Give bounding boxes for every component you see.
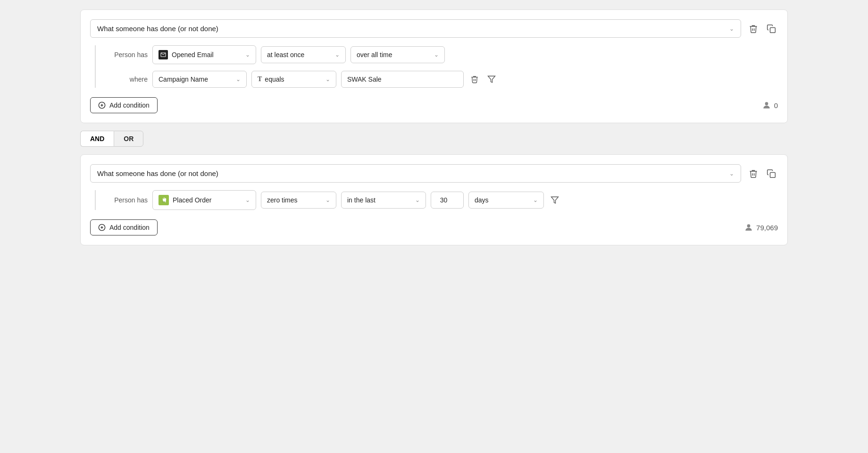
block2-type-dropdown[interactable]: What someone has done (or not done) ⌄ [90,164,741,183]
block1-timerange-dropdown[interactable]: over all time ⌄ [351,46,445,63]
block1-campaign-chevron: ⌄ [236,76,241,83]
block2-filter-funnel-button[interactable] [549,194,561,206]
block1-type-chevron: ⌄ [729,25,734,32]
t-type-icon: T [258,76,262,83]
block1-action-chevron: ⌄ [245,51,250,58]
block1-header-icons [747,22,778,35]
block1-timerange-label: over all time [357,51,392,59]
svg-rect-7 [770,172,776,177]
block1-equals-label: equals [265,76,284,83]
block2-add-condition-button[interactable]: Add condition [90,219,158,235]
block2-time-value-input[interactable] [431,192,464,209]
block2-qualifier-dropdown[interactable]: in the last ⌄ [341,192,426,209]
block1-campaign-dropdown[interactable]: Campaign Name ⌄ [152,71,247,88]
block1-add-condition-button[interactable]: Add condition [90,97,158,113]
block2-action-dropdown[interactable]: Placed Order ⌄ [152,190,256,210]
block1-count-value: 0 [774,101,778,109]
block1-add-condition-label: Add condition [109,101,150,109]
page-container: What someone has done (or not done) ⌄ Pe… [80,9,788,245]
condition-block-2: What someone has done (or not done) ⌄ Pe… [80,154,788,245]
block2-action-label: Placed Order [173,196,211,204]
block2-header-icons [747,167,778,180]
block1-filter-row: where Campaign Name ⌄ T equals ⌄ [110,71,778,88]
svg-rect-9 [163,201,166,202]
block2-type-label: What someone has done (or not done) [97,169,218,177]
block2-action-row: Person has Placed Order [110,190,778,210]
block1-filter-value-input[interactable] [341,71,464,88]
block1-footer: Add condition 0 [90,97,778,113]
block1-equals-dropdown[interactable]: T equals ⌄ [251,71,336,88]
block1-filter-funnel-button[interactable] [485,73,498,85]
block2-user-count: 79,069 [744,223,778,232]
svg-point-14 [747,224,751,227]
block1-action-label: Opened Email [172,51,214,59]
svg-point-6 [765,102,768,105]
block1-action-dropdown[interactable]: Opened Email ⌄ [152,45,256,64]
block2-copy-button[interactable] [765,167,778,180]
svg-marker-10 [551,197,559,203]
block2-footer: Add condition 79,069 [90,219,778,235]
condition-block-1: What someone has done (or not done) ⌄ Pe… [80,9,788,123]
block1-equals-chevron: ⌄ [326,76,330,83]
block2-action-chevron: ⌄ [245,197,250,203]
block1-header: What someone has done (or not done) ⌄ [90,19,778,38]
block1-frequency-dropdown[interactable]: at least once ⌄ [261,46,346,63]
block2-unit-chevron: ⌄ [533,197,538,203]
block2-condition-rows: Person has Placed Order [95,190,778,210]
and-button[interactable]: AND [80,131,114,147]
block1-where-label: where [110,76,148,83]
block2-freq-chevron: ⌄ [326,197,330,203]
block1-campaign-label: Campaign Name [159,76,208,83]
block2-qualifier-label: in the last [347,196,376,204]
svg-rect-0 [770,27,776,33]
svg-marker-2 [488,76,495,83]
block2-type-chevron: ⌄ [729,170,734,177]
block1-frequency-label: at least once [267,51,304,59]
block1-filter-delete-button[interactable] [468,73,481,85]
block1-user-count: 0 [762,101,778,110]
block1-action-row: Person has Opened Email ⌄ at least once … [110,45,778,64]
block2-header: What someone has done (or not done) ⌄ [90,164,778,183]
block1-person-has-label: Person has [110,51,148,59]
block1-time-chevron: ⌄ [434,51,439,58]
block1-type-dropdown[interactable]: What someone has done (or not done) ⌄ [90,19,741,38]
block2-add-condition-label: Add condition [109,224,150,231]
block1-type-label: What someone has done (or not done) [97,25,218,33]
logic-separator: AND OR [80,131,788,147]
shopify-icon [159,195,169,205]
block2-frequency-label: zero times [267,196,298,204]
block1-copy-button[interactable] [765,22,778,35]
block2-delete-button[interactable] [747,167,760,180]
block2-unit-label: days [475,196,489,204]
email-icon [159,50,168,59]
block1-freq-chevron: ⌄ [335,51,340,58]
block1-condition-rows: Person has Opened Email ⌄ at least once … [95,45,778,88]
block2-unit-dropdown[interactable]: days ⌄ [468,192,544,209]
block1-user-icon [762,101,771,110]
block2-frequency-dropdown[interactable]: zero times ⌄ [261,192,336,209]
block2-person-has-label: Person has [110,196,148,204]
block2-qualifier-chevron: ⌄ [415,197,420,203]
block2-user-icon [744,223,753,232]
block1-delete-button[interactable] [747,22,760,35]
block2-count-value: 79,069 [756,224,778,232]
or-button[interactable]: OR [114,131,143,147]
